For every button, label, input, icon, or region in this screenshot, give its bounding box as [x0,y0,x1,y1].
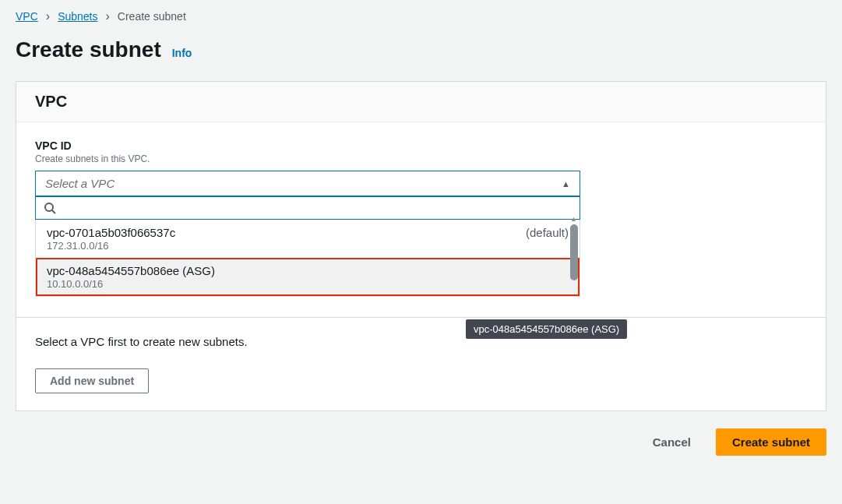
vpc-option-tag: (default) [526,226,569,239]
vpc-option-cidr: 10.10.0.0/16 [47,278,215,290]
info-link[interactable]: Info [172,47,192,59]
create-subnet-button[interactable]: Create subnet [716,428,826,456]
breadcrumb-subnets[interactable]: Subnets [58,10,97,23]
vpc-option-id: vpc-048a5454557b086ee (ASG) [47,264,215,277]
vpc-id-desc: Create subnets in this VPC. [35,153,807,164]
breadcrumb-vpc[interactable]: VPC [16,10,38,23]
page-title: Create subnet [16,37,161,62]
vpc-select-placeholder: Select a VPC [45,177,114,190]
page-header: Create subnet Info [16,37,826,62]
cancel-button[interactable]: Cancel [639,428,705,456]
svg-line-1 [52,210,55,213]
add-new-subnet-button[interactable]: Add new subnet [35,368,149,393]
chevron-right-icon: › [46,9,50,23]
vpc-option-cidr: 172.31.0.0/16 [47,240,175,252]
vpc-search-input[interactable] [62,202,572,214]
vpc-option-asg[interactable]: vpc-048a5454557b086ee (ASG) 10.10.0.0/16 [36,258,580,296]
vpc-panel-header: VPC [16,82,826,122]
breadcrumb: VPC › Subnets › Create subnet [16,0,826,37]
breadcrumb-current: Create subnet [118,10,186,23]
select-vpc-first-message: Select a VPC first to create new subnets… [35,335,807,348]
vpc-option-id: vpc-0701a5b03f066537c [47,226,175,239]
vpc-search-box[interactable] [35,196,580,220]
vpc-id-label: VPC ID [35,139,807,152]
svg-point-0 [45,203,53,211]
search-icon [44,202,56,214]
chevron-right-icon: › [106,9,110,23]
vpc-select[interactable]: Select a VPC ▲ [35,171,580,196]
subnet-section: Select a VPC first to create new subnets… [16,318,826,411]
vpc-option-default[interactable]: vpc-0701a5b03f066537c 172.31.0.0/16 (def… [36,220,580,258]
tooltip: vpc-048a5454557b086ee (ASG) [466,319,627,339]
scrollbar-thumb[interactable] [570,224,578,280]
vpc-panel: VPC VPC ID Create subnets in this VPC. S… [16,81,826,318]
vpc-panel-title: VPC [35,93,807,111]
caret-up-icon: ▲ [562,179,570,189]
vpc-dropdown: ▲ vpc-0701a5b03f066537c 172.31.0.0/16 (d… [35,196,580,297]
vpc-options-list: ▲ vpc-0701a5b03f066537c 172.31.0.0/16 (d… [35,220,580,297]
scroll-up-icon: ▲ [570,215,577,223]
footer-actions: Cancel Create subnet [16,411,826,473]
